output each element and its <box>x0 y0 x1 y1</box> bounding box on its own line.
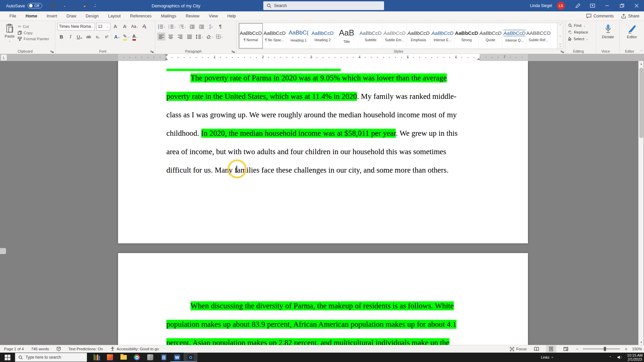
styles-more-icon[interactable]: ⌄ <box>559 44 561 48</box>
scroll-down-icon[interactable]: ▼ <box>639 340 644 345</box>
redo-icon[interactable] <box>71 3 77 8</box>
highlight-color-button[interactable]: ✎⌄ <box>122 33 130 41</box>
search-bar[interactable]: Search <box>263 1 384 10</box>
print-layout-button[interactable] <box>546 345 556 353</box>
grow-font-button[interactable]: Aˆ <box>112 22 120 31</box>
undo-icon[interactable]: ⌄ <box>61 3 66 8</box>
zoom-slider[interactable] <box>583 349 620 349</box>
font-name-combo[interactable]: Times New Roma⌄ <box>57 23 95 31</box>
doc-line[interactable]: population makes up about 83.9 percent, … <box>166 319 457 329</box>
align-left-button[interactable] <box>157 33 165 41</box>
styles-scroll-up-icon[interactable]: ⌃ <box>559 24 561 27</box>
tab-design[interactable]: Design <box>81 12 103 20</box>
ink-pen-icon[interactable] <box>570 0 585 11</box>
bullets-button[interactable]: ⌄ <box>157 22 166 31</box>
library-app-icon[interactable] <box>90 353 103 362</box>
paste-button[interactable]: Paste⌄ <box>2 22 17 44</box>
paragraph-dialog-launcher[interactable] <box>231 50 235 53</box>
links-toolbar[interactable]: Links» <box>541 355 553 359</box>
volume-icon[interactable] <box>617 355 622 359</box>
right-indent-marker[interactable] <box>477 58 480 60</box>
first-line-indent-marker[interactable] <box>165 54 168 56</box>
tab-file[interactable]: File <box>5 12 21 20</box>
font-dialog-launcher[interactable] <box>150 50 154 53</box>
style-no-spacing[interactable]: AaBbCcD¶ No Spac... <box>263 23 287 49</box>
vertical-scrollbar[interactable]: ▲ ▼ <box>638 61 644 345</box>
page-1[interactable]: The poverty rate of Parma in 2020 was at… <box>118 61 528 243</box>
proofing-icon[interactable] <box>56 347 61 351</box>
doc-line[interactable]: class as I was growing up. We were rough… <box>166 110 457 120</box>
hidden-icons-chevron[interactable]: ⌃ <box>609 356 611 359</box>
shading-button[interactable]: ⌄ <box>206 33 214 41</box>
tab-insert[interactable]: Insert <box>42 12 62 20</box>
doc-line[interactable]: area of income, but with two adults and … <box>166 147 446 157</box>
decrease-indent-button[interactable] <box>188 22 196 31</box>
doc-line[interactable]: percent. Asian population makes up 2.82 … <box>166 338 449 345</box>
file-explorer-icon[interactable] <box>117 353 130 362</box>
zoom-out-button[interactable]: − <box>576 346 578 352</box>
collapse-ribbon-icon[interactable]: ⌃ <box>640 50 643 53</box>
text-effects-button[interactable]: A⌄ <box>113 33 121 41</box>
zoom-slider-handle[interactable] <box>604 347 606 351</box>
tab-help[interactable]: Help <box>222 12 240 20</box>
style-normal[interactable]: AaBbCcD¶ Normal <box>239 23 263 49</box>
style-subtle-reference[interactable]: AABBCCDSubtle Ref... <box>527 23 551 49</box>
web-layout-button[interactable] <box>561 345 571 353</box>
show-hide-pilcrow-button[interactable]: ¶ <box>216 22 224 31</box>
font-color-button[interactable]: A⌄ <box>131 33 139 41</box>
paint-app-icon[interactable] <box>144 353 157 362</box>
hanging-indent-marker[interactable] <box>165 58 168 60</box>
dictate-button[interactable]: Dictate <box>598 22 618 40</box>
calculator-icon[interactable] <box>157 353 170 362</box>
restore-button[interactable] <box>614 0 629 11</box>
accessibility-status[interactable]: Accessibility: Good to go <box>110 347 159 351</box>
style-emphasis[interactable]: AaBbCcDEmphasis <box>407 23 431 49</box>
editor-button[interactable]: Editor <box>622 22 642 40</box>
justify-button[interactable] <box>185 33 194 41</box>
focus-button[interactable]: Focus <box>510 347 527 351</box>
change-case-button[interactable]: Aa⌄ <box>130 22 139 31</box>
doc-line[interactable]: The poverty rate of Parma in 2020 was at… <box>191 73 447 83</box>
doc-line[interactable]: childhood. In 2020, the median household… <box>166 128 458 138</box>
user-name[interactable]: Linda Siegel <box>530 3 552 8</box>
close-button[interactable] <box>629 0 644 11</box>
increase-indent-button[interactable] <box>198 22 206 31</box>
taskbar-search[interactable]: Type here to search <box>15 353 87 362</box>
tab-home[interactable]: Home <box>21 12 42 20</box>
styles-scroll-down-icon[interactable]: ⌄ <box>559 34 561 37</box>
start-button[interactable] <box>0 353 15 362</box>
read-mode-button[interactable] <box>531 345 541 353</box>
clear-formatting-button[interactable] <box>140 22 148 31</box>
page-indicator[interactable]: Page 1 of 4 <box>4 347 24 351</box>
style-heading-1[interactable]: AaBbC(Heading 1 <box>287 23 311 49</box>
word-count[interactable]: 745 words <box>31 347 49 351</box>
sort-button[interactable]: AZ↓ <box>207 22 215 31</box>
zoom-in-button[interactable]: + <box>625 346 627 352</box>
strikethrough-button[interactable]: ab <box>85 33 93 41</box>
chrome-icon[interactable] <box>130 353 144 362</box>
style-title[interactable]: AaBTitle <box>335 23 359 49</box>
styles-dialog-launcher[interactable] <box>560 50 564 53</box>
style-strong[interactable]: AaBbCcDStrong <box>455 23 479 49</box>
underline-button[interactable]: U⌄ <box>75 33 84 41</box>
tab-selector[interactable]: L <box>1 54 7 61</box>
replace-button[interactable]: bcReplace <box>568 30 594 35</box>
minimize-button[interactable] <box>600 0 614 11</box>
tab-draw[interactable]: Draw <box>62 12 81 20</box>
share-button[interactable]: Share <box>621 14 639 18</box>
bold-button[interactable]: B <box>57 33 65 41</box>
zoom-level[interactable]: 150% <box>632 347 642 351</box>
align-right-button[interactable] <box>176 33 184 41</box>
word-app-icon[interactable]: W <box>170 353 184 362</box>
page-2[interactable]: When discussing the diversity of Parma, … <box>118 253 528 345</box>
style-intense-emphasis[interactable]: AaBbCcDIntense E... <box>431 23 455 49</box>
numbering-button[interactable]: 123⌄ <box>168 22 177 31</box>
save-icon[interactable] <box>50 3 56 8</box>
cut-button[interactable]: ✂Cut <box>17 24 50 29</box>
select-button[interactable]: Select⌄ <box>568 37 594 41</box>
find-button[interactable]: Find⌄ <box>568 23 594 28</box>
superscript-button[interactable]: x² <box>103 33 111 41</box>
document-title[interactable]: Demographics of my City ⌄ <box>152 0 205 11</box>
style-quote[interactable]: AaBbCcDQuote <box>479 23 503 49</box>
comments-button[interactable]: Comments <box>586 14 613 18</box>
